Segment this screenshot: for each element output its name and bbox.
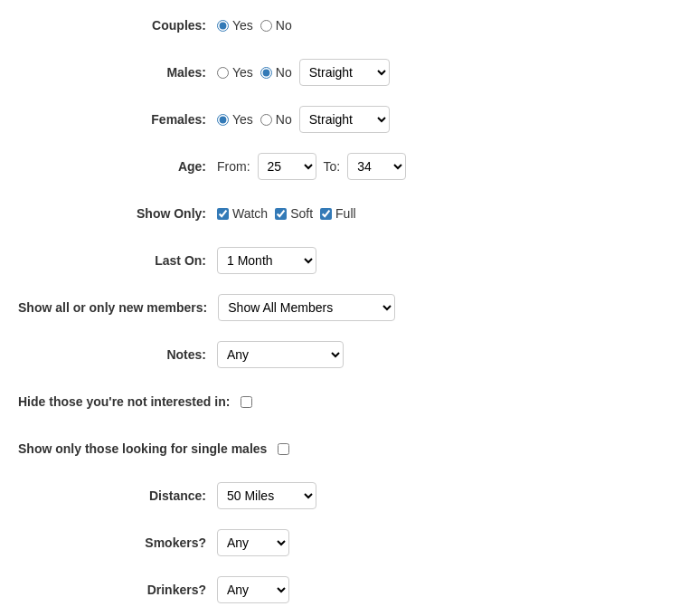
males-orientation-select[interactable]: Straight Gay Bi: [299, 59, 390, 86]
distance-controls: 10 Miles 25 Miles 50 Miles 100 Miles 200…: [217, 482, 316, 509]
notes-label: Notes:: [18, 347, 217, 362]
distance-select[interactable]: 10 Miles 25 Miles 50 Miles 100 Miles 200…: [217, 482, 316, 509]
drinkers-label: Drinkers?: [18, 583, 217, 597]
males-label: Males:: [18, 65, 217, 80]
females-yes-label[interactable]: Yes: [217, 112, 253, 127]
smokers-label: Smokers?: [18, 535, 217, 550]
females-orientation-select[interactable]: Straight Gay Bi: [299, 106, 390, 133]
notes-controls: Any Has Notes No Notes: [217, 341, 344, 368]
age-row: Age: From: 18192021 22232425 26272829 30…: [18, 150, 671, 183]
soft-checkbox[interactable]: [275, 208, 287, 220]
males-no-radio[interactable]: [260, 67, 272, 79]
last-on-controls: 1 Day 1 Week 1 Month 3 Months 6 Months 1…: [217, 247, 316, 274]
watch-label[interactable]: Watch: [217, 206, 268, 221]
distance-label: Distance:: [18, 488, 217, 503]
last-on-select[interactable]: 1 Day 1 Week 1 Month 3 Months 6 Months 1…: [217, 247, 316, 274]
couples-yes-label[interactable]: Yes: [217, 18, 253, 33]
hide-not-interested-label: Hide those you're not interested in:: [18, 394, 241, 409]
males-controls: Yes No Straight Gay Bi: [217, 59, 390, 86]
show-members-select[interactable]: Show All Members Show New Members Only: [218, 294, 395, 321]
full-label[interactable]: Full: [320, 206, 356, 221]
age-to-select[interactable]: 18192021 22232425 26272829 30313233 3435…: [347, 153, 406, 180]
show-members-label: Show all or only new members:: [18, 300, 218, 315]
hide-not-interested-controls: [241, 396, 252, 408]
last-on-row: Last On: 1 Day 1 Week 1 Month 3 Months 6…: [18, 244, 671, 277]
show-single-males-checkbox[interactable]: [278, 443, 289, 455]
females-controls: Yes No Straight Gay Bi: [217, 106, 390, 133]
full-checkbox[interactable]: [320, 208, 332, 220]
couples-yes-radio[interactable]: [217, 20, 229, 32]
females-label: Females:: [18, 112, 217, 127]
soft-label[interactable]: Soft: [275, 206, 313, 221]
age-from-label: From:: [217, 159, 250, 174]
show-single-males-row: Show only those looking for single males: [18, 432, 671, 465]
show-only-controls: Watch Soft Full: [217, 206, 356, 221]
drinkers-select[interactable]: Any Yes No: [217, 576, 289, 603]
notes-select[interactable]: Any Has Notes No Notes: [217, 341, 344, 368]
females-yes-radio[interactable]: [217, 114, 229, 126]
distance-row: Distance: 10 Miles 25 Miles 50 Miles 100…: [18, 479, 671, 512]
males-yes-label[interactable]: Yes: [217, 65, 253, 80]
males-yes-radio[interactable]: [217, 67, 229, 79]
show-members-row: Show all or only new members: Show All M…: [18, 291, 671, 324]
age-controls: From: 18192021 22232425 26272829 3035404…: [217, 153, 406, 180]
show-single-males-label: Show only those looking for single males: [18, 441, 278, 456]
show-only-row: Show Only: Watch Soft Full: [18, 197, 671, 230]
smokers-controls: Any Yes No: [217, 529, 289, 556]
age-to-label: To:: [324, 159, 341, 174]
females-row: Females: Yes No Straight Gay Bi: [18, 103, 671, 136]
couples-no-label[interactable]: No: [260, 18, 292, 33]
smokers-select[interactable]: Any Yes No: [217, 529, 289, 556]
drinkers-controls: Any Yes No: [217, 576, 289, 603]
hide-not-interested-checkbox[interactable]: [241, 396, 252, 408]
notes-row: Notes: Any Has Notes No Notes: [18, 338, 671, 371]
males-row: Males: Yes No Straight Gay Bi: [18, 56, 671, 89]
drinkers-row: Drinkers? Any Yes No: [18, 573, 671, 606]
age-from-select[interactable]: 18192021 22232425 26272829 30354045 5055…: [258, 153, 316, 180]
couples-row: Couples: Yes No: [18, 9, 671, 42]
watch-checkbox[interactable]: [217, 208, 229, 220]
males-no-label[interactable]: No: [260, 65, 292, 80]
couples-label: Couples:: [18, 18, 217, 33]
age-label: Age:: [18, 159, 217, 174]
show-members-controls: Show All Members Show New Members Only: [218, 294, 395, 321]
last-on-label: Last On:: [18, 253, 217, 268]
show-only-label: Show Only:: [18, 206, 217, 221]
couples-no-radio[interactable]: [260, 20, 272, 32]
show-single-males-controls: [278, 443, 289, 455]
females-no-label[interactable]: No: [260, 112, 292, 127]
females-no-radio[interactable]: [260, 114, 272, 126]
couples-controls: Yes No: [217, 18, 292, 33]
hide-not-interested-row: Hide those you're not interested in:: [18, 385, 671, 418]
smokers-row: Smokers? Any Yes No: [18, 526, 671, 559]
